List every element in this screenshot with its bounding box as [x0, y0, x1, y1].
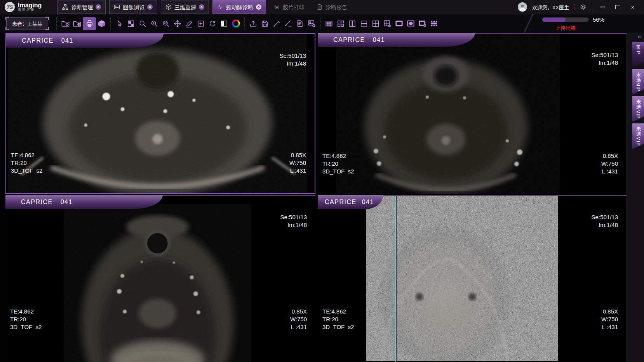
series-number: 041	[61, 199, 73, 206]
upload-icon[interactable]	[247, 17, 259, 30]
print-icon[interactable]	[83, 17, 96, 30]
cursor-icon[interactable]	[113, 17, 125, 30]
device-name: CAPRICE	[333, 36, 365, 43]
layout-grid-remove-icon[interactable]	[381, 17, 393, 30]
window-level-icon[interactable]	[218, 17, 230, 30]
series-image-info: Se:501/13Im:1/48	[280, 198, 307, 244]
mri-image	[5, 195, 315, 362]
user-avatar[interactable]	[518, 2, 527, 12]
window-level-info: 0.85XW:750L :431	[601, 292, 618, 346]
measure-pencil-icon[interactable]	[183, 17, 195, 30]
viewport-top-left[interactable]: CAPRICE 041 Se:501/13Im:1/48 TE:4.862TR:…	[5, 33, 315, 194]
svg-text:x2: x2	[164, 22, 167, 24]
add-frame-icon[interactable]	[195, 17, 207, 30]
sidebar-tab-unselected-mip-3[interactable]: 未选MIP	[632, 123, 644, 149]
image-icon	[114, 4, 120, 10]
rotate-icon[interactable]	[207, 17, 218, 30]
color-wheel-icon[interactable]	[230, 17, 242, 30]
viewport-bottom-right[interactable]: CAPRICE 041 Se:501/13Im:1/48 TE:4.862TR:…	[318, 195, 627, 362]
upload-progress-fill	[542, 17, 566, 22]
series-image-info: Se:501/13Im:1/48	[280, 36, 306, 83]
sitemap-icon	[62, 4, 68, 10]
acquisition-info: TE:4.862TR:203D_TOF s2	[10, 292, 42, 346]
shape-ellipse-icon[interactable]	[405, 17, 416, 30]
report-doc-icon[interactable]	[294, 17, 306, 30]
upload-status: 56% 上传出错	[542, 16, 608, 31]
shape-rect-icon[interactable]	[393, 17, 405, 30]
sidebar-tab-mip[interactable]: MIP	[632, 42, 644, 68]
report-icon	[317, 4, 323, 10]
viewport-top-right[interactable]: CAPRICE 041 Se:501/13Im:1/48 TE:4.862TR:…	[318, 33, 627, 194]
probe-line-icon[interactable]	[282, 17, 294, 30]
logo-icon: TS	[5, 2, 15, 12]
checkerboard-icon[interactable]	[125, 17, 137, 30]
title-bar: TS Imaging 清影华康 诊断管理 × 图像浏览 ×	[0, 0, 644, 14]
tab-diagnosis-report[interactable]: 诊断报告	[312, 0, 352, 14]
sidebar-tab-unselected-mip-2[interactable]: 未选MIP	[632, 96, 644, 122]
settings-gear-icon[interactable]	[580, 3, 587, 11]
tab-diagnosis-management[interactable]: 诊断管理 ×	[57, 0, 106, 14]
tab-image-browse[interactable]: 图像浏览 ×	[109, 0, 157, 14]
tab-label: 诊断管理	[71, 3, 93, 11]
close-tab-icon[interactable]: ×	[96, 4, 101, 10]
shape-rect-remove-icon[interactable]	[416, 17, 428, 30]
sidebar-tab-unselected-mip-1[interactable]: 未选MIP	[632, 69, 644, 95]
app-logo: TS Imaging 清影华康	[0, 0, 57, 14]
printer-icon	[274, 4, 280, 10]
layout-grid-filled-icon[interactable]	[323, 17, 335, 30]
tab-carotid-diagnosis[interactable]: 颈动脉诊断 ×	[212, 0, 266, 14]
search-icon[interactable]	[137, 17, 148, 30]
series-ribbon: CAPRICE 041	[5, 195, 163, 209]
welcome-text: 欢迎您，XX医生	[532, 3, 569, 11]
divider	[574, 4, 574, 10]
crosshair-line	[395, 196, 396, 362]
zoom-x2-icon[interactable]: x2	[160, 17, 172, 30]
image-export-icon[interactable]	[306, 17, 317, 30]
collapse-panel-button[interactable]: «	[627, 33, 644, 42]
close-tab-icon[interactable]: ×	[147, 4, 153, 10]
save-icon[interactable]	[259, 17, 271, 30]
window-level-info: 0.85XW:750L :431	[290, 292, 307, 346]
close-tab-icon[interactable]: ×	[256, 4, 261, 10]
mip-image	[318, 195, 627, 362]
layout-2x2-icon[interactable]	[370, 17, 381, 30]
app-name: Imaging	[18, 2, 42, 8]
mri-image	[6, 34, 315, 193]
toolbar-separator	[244, 18, 245, 29]
acquisition-info: TE:4.862TR:203D_TOF s2	[322, 137, 354, 191]
layout-2row-icon[interactable]	[358, 17, 370, 30]
series-number: 041	[61, 37, 73, 44]
close-window-button[interactable]: ×	[628, 3, 638, 11]
waveform-icon	[217, 4, 223, 10]
filmstrip-icon[interactable]	[428, 17, 440, 30]
folder-settings-icon[interactable]	[59, 17, 71, 30]
layout-2col-icon[interactable]	[346, 17, 358, 30]
pan-icon[interactable]	[172, 17, 183, 30]
zoom-in-icon[interactable]	[148, 17, 160, 30]
tab-label: 颈动脉诊断	[226, 3, 253, 11]
device-name: CAPRICE	[325, 199, 357, 206]
toolbar: 患者：王某某 x2	[0, 14, 644, 33]
tab-film-print[interactable]: 胶片打印	[270, 0, 309, 14]
series-image-info: Se:501/13Im:1/48	[592, 36, 618, 82]
toolbar-separator	[56, 18, 57, 29]
maximize-button[interactable]	[613, 3, 623, 11]
folder-add-icon[interactable]	[71, 17, 83, 30]
series-ribbon: CAPRICE 041	[318, 33, 475, 47]
minimize-button[interactable]	[597, 3, 607, 11]
probe-icon[interactable]	[271, 17, 282, 30]
mri-image	[318, 33, 627, 194]
cube-icon	[165, 4, 172, 10]
close-tab-icon[interactable]: ×	[199, 4, 204, 10]
tab-3d-reconstruction[interactable]: 三维重建 ×	[161, 0, 209, 14]
app-name-sub: 清影华康	[18, 8, 42, 12]
device-name: CAPRICE	[22, 37, 54, 44]
upload-progress-bar	[542, 17, 589, 22]
viewport-bottom-left[interactable]: CAPRICE 041 Se:501/13Im:1/48 TE:4.862TR:…	[5, 195, 315, 362]
window-level-info: 0.85XW:750L :431	[289, 136, 306, 190]
title-bar-right: 欢迎您，XX医生 ×	[518, 0, 644, 14]
toolbar-separator	[320, 18, 320, 29]
volume-3d-icon[interactable]	[96, 17, 108, 30]
layout-blocks-icon[interactable]	[335, 17, 346, 30]
device-name: CAPRICE	[21, 199, 53, 206]
